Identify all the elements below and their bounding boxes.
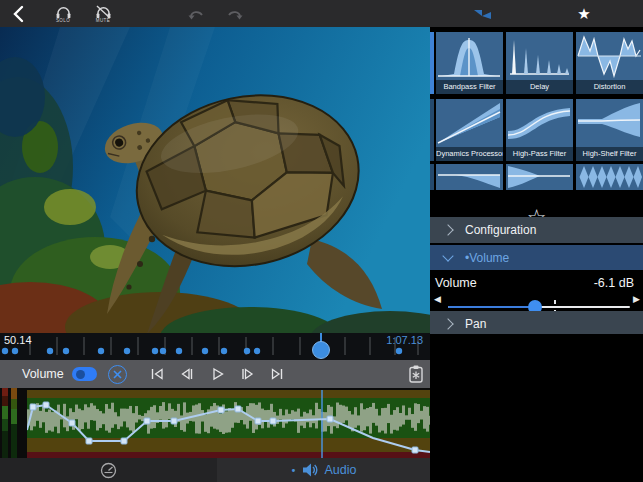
step-back-icon — [179, 366, 196, 382]
audio-effects-icon — [473, 7, 493, 20]
bottom-tab-bar: • Audio — [0, 458, 430, 482]
effect-tile-distortion[interactable]: Distortion — [576, 32, 643, 94]
tab-speed[interactable] — [0, 458, 217, 482]
reset-keyframes-button[interactable] — [108, 365, 127, 384]
envelope-visibility-toggle[interactable] — [72, 367, 97, 381]
frame-forward-button[interactable] — [239, 366, 257, 382]
frame-back-button[interactable] — [179, 366, 197, 382]
transport-bar: Volume — [0, 360, 430, 388]
sea-turtle-frame — [0, 27, 430, 333]
tremolo-wave-icon — [576, 164, 643, 190]
skip-end-icon — [269, 366, 286, 382]
mute-button[interactable]: MUTE — [88, 0, 118, 27]
play-icon — [209, 366, 226, 382]
tile-label: Bandpass Filter — [436, 80, 503, 94]
volume-control-section: Volume -6.1 dB ◀ ▶ — [430, 270, 643, 309]
audio-level-meter-left — [2, 388, 8, 458]
video-preview[interactable] — [0, 27, 430, 333]
effect-tile-highshelf[interactable]: High-Shelf Filter — [576, 99, 643, 161]
undo-button[interactable] — [183, 0, 209, 27]
play-button[interactable] — [209, 366, 227, 382]
highpass-curve-icon — [506, 99, 573, 147]
slider-increase-arrow[interactable]: ▶ — [633, 294, 640, 304]
scrolled-tile-sliver — [430, 99, 434, 161]
lowshelf-curve-icon — [436, 164, 503, 190]
mute-label: MUTE — [96, 18, 110, 23]
audio-effects-tab[interactable] — [468, 0, 498, 27]
paste-attributes-button[interactable] — [408, 364, 424, 388]
timeline-ruler[interactable]: 50.14 1:07.13 — [0, 333, 430, 360]
volume-control-label: Volume — [435, 276, 477, 290]
section-volume[interactable]: •Volume — [430, 245, 643, 270]
speed-gauge-icon — [100, 462, 117, 479]
star-icon: ★ — [577, 5, 590, 23]
effect-tile-bandpass[interactable]: Bandpass Filter — [436, 32, 503, 94]
section-configuration[interactable]: Configuration — [430, 217, 643, 243]
undo-icon — [187, 7, 205, 21]
section-label: Configuration — [465, 223, 536, 237]
audio-level-meter-right — [11, 388, 17, 458]
panel-empty-area — [430, 334, 643, 482]
redo-icon — [226, 7, 244, 21]
tab-audio-label: Audio — [324, 463, 356, 477]
current-timecode: 50.14 — [4, 334, 32, 346]
solo-button[interactable]: SOLO — [48, 0, 78, 27]
delay-impulses-icon — [506, 32, 573, 80]
distorted-wave-icon — [576, 32, 643, 80]
effect-tile-tremolo[interactable] — [576, 164, 643, 190]
solo-label: SOLO — [56, 18, 70, 23]
chevron-down-icon — [442, 250, 453, 261]
clipboard-asterisk-icon — [408, 364, 424, 384]
scrolled-tile-sliver — [430, 32, 434, 94]
end-timecode[interactable]: 1:07.13 — [386, 334, 423, 346]
volume-value: -6.1 dB — [594, 276, 634, 290]
skip-to-start-button[interactable] — [149, 366, 167, 382]
section-label: •Volume — [465, 251, 509, 265]
tile-label: High-Shelf Filter — [576, 147, 643, 161]
tile-label: Distortion — [576, 80, 643, 94]
skip-to-end-button[interactable] — [269, 366, 287, 382]
redo-button[interactable] — [222, 0, 248, 27]
chevron-right-icon — [442, 318, 453, 329]
effect-tile-lowshelf[interactable] — [436, 164, 503, 190]
tile-label: Delay — [506, 80, 573, 94]
top-toolbar: SOLO MUTE — [0, 0, 643, 27]
headphones-mute-icon — [95, 5, 112, 19]
section-label: Pan — [465, 317, 486, 331]
headphones-icon — [55, 5, 72, 19]
dynamics-fan-icon — [436, 99, 503, 147]
circled-x-icon — [113, 370, 122, 379]
slider-decrease-arrow[interactable]: ◀ — [434, 294, 441, 304]
audio-editor-app: SOLO MUTE — [0, 0, 643, 482]
back-chevron-icon — [12, 5, 25, 23]
speaker-icon — [302, 463, 318, 477]
tile-label: Dynamics Processor — [436, 147, 503, 161]
audio-clip-waveform[interactable] — [27, 390, 430, 458]
tile-label: High-Pass Filter — [506, 147, 573, 161]
effect-tile-notch[interactable] — [506, 164, 573, 190]
highshelf-curve-icon — [576, 99, 643, 147]
ruler-marks — [0, 333, 430, 360]
tab-audio[interactable]: • Audio — [217, 458, 430, 482]
audio-track-area — [0, 388, 430, 458]
scrolled-tile-sliver — [430, 164, 434, 190]
toggle-knob — [76, 370, 85, 379]
chevron-right-icon — [442, 224, 453, 235]
envelope-mode-label: Volume — [22, 367, 64, 381]
notch-curve-icon — [506, 164, 573, 190]
slider-detent-mark — [554, 300, 556, 304]
effect-tile-highpass[interactable]: High-Pass Filter — [506, 99, 573, 161]
back-button[interactable] — [6, 0, 30, 27]
bandpass-curve-icon — [436, 32, 503, 80]
favorites-star-button[interactable]: ★ — [570, 0, 598, 27]
effect-tile-dynamics[interactable]: Dynamics Processor — [436, 99, 503, 161]
effect-tile-delay[interactable]: Delay — [506, 32, 573, 94]
skip-start-icon — [149, 366, 166, 382]
step-forward-icon — [239, 366, 256, 382]
modified-dot: • — [291, 465, 297, 476]
slider-fill — [448, 306, 535, 308]
